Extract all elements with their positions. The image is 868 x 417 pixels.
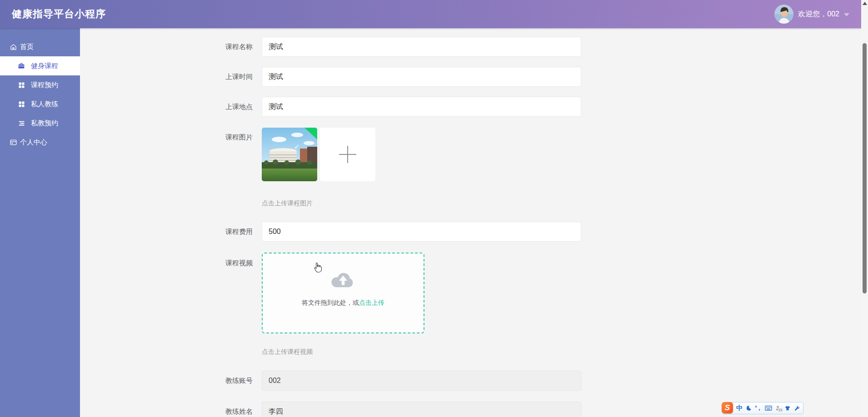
settings-wrench-icon[interactable] <box>794 405 800 411</box>
sidebar-item-label: 个人中心 <box>20 138 47 147</box>
suitcase-icon <box>17 62 25 70</box>
sidebar-item-label: 健身课程 <box>31 62 58 70</box>
course-image-thumbnail[interactable]: ✓ <box>262 128 317 181</box>
app-header: 健康指导平台小程序 欢迎您，002 <box>0 0 861 28</box>
course-fee-input[interactable] <box>262 222 581 242</box>
click-upload-link[interactable]: 点击上传 <box>359 299 384 306</box>
vertical-scrollbar[interactable] <box>861 0 868 417</box>
sidebar-item-label: 私教预约 <box>31 119 58 128</box>
chinese-mode-icon[interactable]: 中 <box>736 404 743 412</box>
sidebar-item-fitness-course[interactable]: 健身课程 <box>0 56 80 75</box>
sidebar-item-label: 课程预约 <box>31 81 58 89</box>
class-place-input[interactable] <box>262 97 581 117</box>
course-edit-form: 课程名称 上课时间 上课地点 课程图片 <box>80 28 861 417</box>
punctuation-icon[interactable]: °， <box>755 404 762 412</box>
moon-icon[interactable] <box>746 405 752 411</box>
sidebar: 首页 健身课程 课程预约 私人教练 <box>0 28 80 417</box>
sidebar-item-course-booking[interactable]: 课程预约 <box>0 75 80 94</box>
course-video-label: 课程视频 <box>80 258 257 268</box>
app-title: 健康指导平台小程序 <box>12 7 106 21</box>
course-fee-label: 课程费用 <box>80 222 257 242</box>
user-count-icon[interactable]: 21 <box>775 405 781 411</box>
coach-account-label: 教练账号 <box>80 371 257 391</box>
class-place-label: 上课地点 <box>80 97 257 117</box>
sidebar-item-personal-trainer[interactable]: 私人教练 <box>0 94 80 114</box>
course-image-hint: 点击上传课程图片 <box>262 199 313 208</box>
dropzone-text: 将文件拖到此处，或 <box>302 299 359 306</box>
course-name-input[interactable] <box>262 37 581 57</box>
scrollbar-thumb[interactable] <box>863 43 867 293</box>
upload-cloud-icon <box>263 269 424 292</box>
add-image-button[interactable] <box>320 128 375 181</box>
course-name-label: 课程名称 <box>80 37 257 57</box>
user-menu[interactable]: 欢迎您，002 <box>774 5 849 24</box>
class-time-label: 上课时间 <box>80 67 257 87</box>
chevron-down-icon[interactable] <box>844 13 849 16</box>
list-icon <box>17 119 25 127</box>
coach-account-input <box>262 371 581 391</box>
sidebar-item-personal-center[interactable]: 个人中心 <box>0 133 80 152</box>
grid-icon <box>17 81 25 89</box>
course-video-hint: 点击上传课程视频 <box>262 347 313 356</box>
home-icon <box>9 43 17 51</box>
sidebar-item-label: 首页 <box>20 43 34 51</box>
grid-icon <box>17 100 25 108</box>
class-time-input[interactable] <box>262 67 581 87</box>
sidebar-item-home[interactable]: 首页 <box>0 37 80 56</box>
plus-icon <box>339 146 356 163</box>
welcome-text: 欢迎您，002 <box>798 10 839 19</box>
ime-toolbar: S 中 °， 21 <box>723 402 803 414</box>
user-count-badge: 21 <box>778 408 783 412</box>
avatar[interactable] <box>774 5 793 24</box>
sogou-logo-icon[interactable]: S <box>722 402 733 413</box>
scroll-up-arrow-icon[interactable] <box>863 2 867 5</box>
video-upload-dropzone[interactable]: 将文件拖到此处，或点击上传 <box>262 253 424 333</box>
coach-name-input <box>262 402 581 417</box>
avatar-photo <box>774 5 793 24</box>
check-icon: ✓ <box>294 143 300 151</box>
skin-icon[interactable] <box>784 405 791 411</box>
upload-success-badge <box>304 128 317 139</box>
course-image-label: 课程图片 <box>80 132 257 142</box>
coach-name-label: 教练姓名 <box>80 402 257 417</box>
sidebar-item-label: 私人教练 <box>31 100 58 109</box>
postcard-icon <box>9 138 17 146</box>
keyboard-icon[interactable] <box>765 405 772 411</box>
sidebar-item-private-booking[interactable]: 私教预约 <box>0 114 80 133</box>
